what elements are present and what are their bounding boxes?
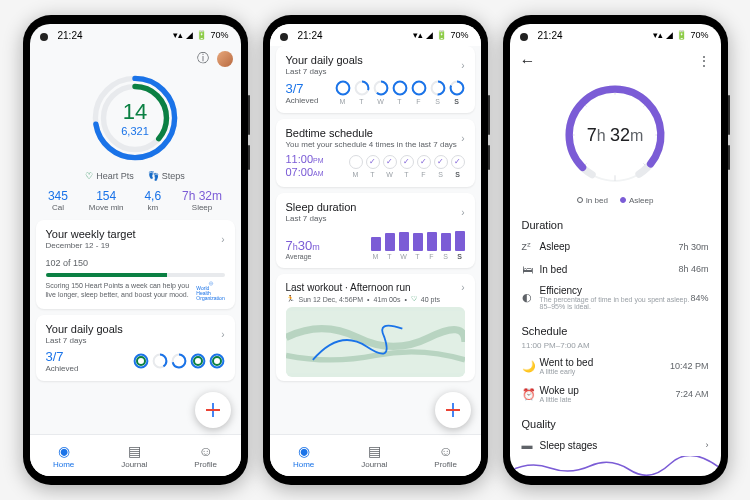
wifi-icon: ▾▴ <box>173 30 183 40</box>
svg-point-20 <box>393 82 406 95</box>
steps-value: 6,321 <box>121 125 149 137</box>
sleep-icon: zᶻ <box>522 240 540 253</box>
nav-journal[interactable]: ▤Journal <box>361 443 387 469</box>
heart-pts-value: 14 <box>123 99 147 125</box>
sleep-stages-row[interactable]: ▬ Sleep stages › <box>510 434 721 456</box>
run-icon: 🏃 <box>286 295 295 303</box>
chevron-right-icon: › <box>221 329 224 340</box>
clock: 21:24 <box>298 30 323 41</box>
sleep-wave <box>510 456 720 476</box>
nav-profile[interactable]: ☺Profile <box>194 443 217 469</box>
who-logo: World Health Organization <box>197 281 225 301</box>
profile-icon: ☺ <box>199 443 213 459</box>
nav-profile[interactable]: ☺Profile <box>434 443 457 469</box>
inbed-row[interactable]: 🛏 In bed 8h 46m <box>510 258 721 280</box>
status-bar: 21:24 ▾▴◢🔋70% <box>270 24 481 46</box>
sleep-bar-chart <box>371 227 465 251</box>
heart-icon: ♡ <box>85 171 93 181</box>
daily-goals-card[interactable]: Your daily goals Last 7 days › 3/7 Achie… <box>36 315 235 381</box>
woke-up-row[interactable]: ⏰ Woke up A little late 7:24 AM <box>510 380 721 408</box>
alarm-icon: ⏰ <box>522 388 540 401</box>
journal-icon: ▤ <box>368 443 381 459</box>
moon-icon: 🌙 <box>522 360 540 373</box>
nav-home[interactable]: ◉Home <box>293 443 314 469</box>
weekly-target-card[interactable]: Your weekly target December 12 - 19 › 10… <box>36 220 235 309</box>
plus-icon <box>206 403 220 417</box>
sleep-legend: In bed Asleep <box>510 196 721 205</box>
bedtime-card[interactable]: Bedtime schedule You met your schedule 4… <box>276 119 475 187</box>
sleep-ring: 7h 32m <box>560 80 670 190</box>
bed-icon: 🛏 <box>522 263 540 275</box>
avatar[interactable] <box>217 51 233 67</box>
sleep-duration-card[interactable]: Sleep duration Last 7 days › 7h30m Avera… <box>276 193 475 268</box>
fab-add[interactable] <box>195 392 231 428</box>
chevron-right-icon: › <box>461 207 464 218</box>
svg-point-14 <box>213 357 221 365</box>
efficiency-row[interactable]: ◐ Efficiency The percentage of time in b… <box>510 280 721 315</box>
chevron-right-icon: › <box>221 234 224 245</box>
profile-icon: ☺ <box>439 443 453 459</box>
workout-map <box>286 307 465 377</box>
chevron-right-icon: › <box>461 133 464 144</box>
status-bar: 21:24 ▾▴ ◢ 🔋 70% <box>30 24 241 46</box>
svg-point-12 <box>194 357 202 365</box>
ring-legend: ♡Heart Pts 👣Steps <box>36 171 235 181</box>
chevron-right-icon: › <box>461 282 464 293</box>
journal-icon: ▤ <box>128 443 141 459</box>
schedule-title: Schedule <box>510 321 721 341</box>
bottom-nav: ◉Home ▤Journal ☺Profile <box>30 434 241 476</box>
asleep-row[interactable]: zᶻ Asleep 7h 30m <box>510 235 721 258</box>
steps-icon: 👣 <box>148 171 159 181</box>
efficiency-icon: ◐ <box>522 291 540 304</box>
duration-title: Duration <box>510 215 721 235</box>
home-icon: ◉ <box>58 443 70 459</box>
clock: 21:24 <box>58 30 83 41</box>
bottom-nav: ◉Home ▤Journal ☺Profile <box>270 434 481 476</box>
went-to-bed-row[interactable]: 🌙 Went to bed A little early 10:42 PM <box>510 352 721 380</box>
activity-ring[interactable]: 14 6,321 <box>90 73 180 163</box>
svg-point-21 <box>412 82 425 95</box>
signal-icon: ◢ <box>186 30 193 40</box>
home-icon: ◉ <box>298 443 310 459</box>
daily-goals-card[interactable]: Your daily goals Last 7 days › 3/7 Achie… <box>276 46 475 113</box>
stats-row[interactable]: 345Cal 154Move min 4,6km 7h 32mSleep <box>36 185 235 220</box>
status-bar: 21:24 ▾▴◢🔋70% <box>510 24 721 46</box>
svg-point-15 <box>336 82 349 95</box>
clock: 21:24 <box>538 30 563 41</box>
stages-icon: ▬ <box>522 439 540 451</box>
chevron-right-icon: › <box>461 60 464 71</box>
schedule-range: 11:00 PM–7:00 AM <box>510 341 721 352</box>
info-icon[interactable]: ⓘ <box>197 50 209 67</box>
quality-title: Quality <box>510 414 721 434</box>
back-button[interactable]: ← <box>520 52 536 70</box>
nav-home[interactable]: ◉Home <box>53 443 74 469</box>
more-icon[interactable]: ⋮ <box>697 53 711 69</box>
last-workout-card[interactable]: Last workout · Afternoon run › 🏃 Sun 12 … <box>276 274 475 381</box>
svg-point-6 <box>137 357 145 365</box>
battery-icon: 🔋 <box>196 30 207 40</box>
nav-journal[interactable]: ▤Journal <box>121 443 147 469</box>
status-icons: ▾▴ ◢ 🔋 70% <box>173 30 228 40</box>
plus-icon <box>446 403 460 417</box>
fab-add[interactable] <box>435 392 471 428</box>
